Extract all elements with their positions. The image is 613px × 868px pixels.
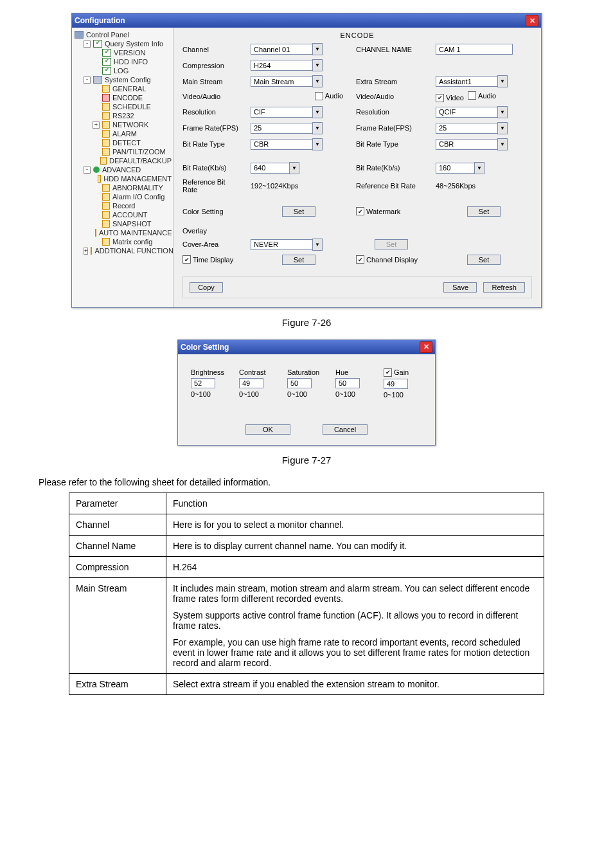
tree: Control Panel -Query System Info VERSION… — [73, 30, 172, 255]
main-stream-select[interactable]: ▼ — [251, 75, 347, 87]
folder-icon — [102, 238, 110, 246]
chevron-down-icon[interactable]: ▼ — [312, 43, 323, 55]
tree-item[interactable]: ACCOUNT — [93, 210, 172, 219]
col-parameter: Parameter — [69, 493, 166, 514]
fps-select[interactable]: ▼ — [251, 122, 347, 134]
video-checkbox[interactable]: ✔Video — [436, 94, 464, 102]
chevron-down-icon[interactable]: ▼ — [474, 162, 484, 174]
chevron-down-icon[interactable]: ▼ — [312, 106, 323, 118]
close-icon[interactable]: ✕ — [420, 341, 432, 353]
expand-icon[interactable]: + — [84, 248, 88, 255]
tree-item[interactable]: GENERAL — [93, 84, 172, 93]
brt2-select[interactable]: ▼ — [436, 138, 532, 150]
saturation-input[interactable] — [287, 378, 312, 388]
tree-item[interactable]: ABNORMALITY — [93, 183, 172, 192]
time-set-button[interactable]: Set — [282, 255, 315, 265]
tools-icon — [93, 76, 102, 84]
tree-item[interactable]: Alarm I/O Config — [93, 192, 172, 201]
tree-item[interactable]: SCHEDULE — [93, 102, 172, 111]
ok-button[interactable]: OK — [245, 424, 290, 435]
brt-select[interactable]: ▼ — [251, 138, 347, 150]
chevron-down-icon[interactable]: ▼ — [312, 138, 323, 150]
chevron-down-icon[interactable]: ▼ — [497, 122, 508, 134]
tree-item[interactable]: +NETWORK — [93, 120, 172, 129]
tree-item[interactable]: AUTO MAINTENANCE — [93, 228, 172, 237]
fps2-select[interactable]: ▼ — [436, 122, 532, 134]
audio2-checkbox[interactable]: Audio — [468, 91, 496, 100]
channel-display-checkbox[interactable]: ✔Channel Display — [356, 255, 427, 264]
collapse-icon[interactable]: - — [84, 77, 91, 84]
window-title: Configuration — [75, 16, 125, 25]
tree-item[interactable]: -System Config — [84, 75, 172, 84]
tree-item[interactable]: ALARM — [93, 129, 172, 138]
tree-item[interactable]: DETECT — [93, 138, 172, 147]
brightness-input[interactable] — [191, 378, 215, 388]
audio-checkbox[interactable]: Audio — [315, 92, 343, 100]
tree-item[interactable]: DEFAULT/BACKUP — [93, 156, 172, 165]
chevron-down-icon[interactable]: ▼ — [497, 138, 508, 150]
tree-root-item[interactable]: Control Panel — [75, 30, 172, 39]
channel-name-input[interactable] — [436, 44, 513, 55]
collapse-icon[interactable]: - — [84, 167, 91, 174]
tree-item[interactable]: +ADDTIONAL FUNCTION — [84, 246, 172, 255]
tree-item[interactable]: RS232 — [93, 111, 172, 120]
tree-item[interactable]: Matrix config — [93, 237, 172, 246]
brightness-col: Brightness 0~100 — [191, 368, 229, 399]
watermark-set-button[interactable]: Set — [467, 206, 501, 217]
brk-label: Bit Rate(Kb/s) — [182, 164, 242, 172]
folder-icon — [91, 247, 92, 255]
channel-select[interactable]: ▼ — [251, 43, 347, 55]
tree-item[interactable]: LOG — [93, 66, 172, 75]
chevron-down-icon[interactable]: ▼ — [312, 122, 323, 134]
tree-item[interactable]: PAN/TILT/ZOOM — [93, 147, 172, 156]
folder-icon — [102, 184, 110, 192]
gain-input[interactable] — [384, 379, 408, 389]
resolution-select[interactable]: ▼ — [251, 106, 347, 118]
chevron-down-icon[interactable]: ▼ — [289, 162, 299, 174]
tree-item[interactable]: HDD MANAGEMENT — [93, 174, 172, 183]
watermark-checkbox[interactable]: ✔Watermark — [356, 207, 427, 215]
contrast-input[interactable] — [239, 378, 263, 388]
tree-item[interactable]: -Query System Info — [84, 39, 172, 48]
encode-panel: ENCODE Channel ▼ CHANNEL NAME Compressio… — [173, 28, 541, 307]
check-icon — [102, 58, 111, 66]
folder-icon — [102, 139, 110, 147]
extra-stream-select[interactable]: ▼ — [436, 75, 532, 87]
chevron-down-icon[interactable]: ▼ — [312, 59, 323, 71]
tree-item-encode[interactable]: ENCODE — [93, 93, 172, 102]
color-set-button[interactable]: Set — [282, 206, 315, 217]
copy-button[interactable]: Copy — [190, 282, 223, 293]
gain-checkbox[interactable]: ✔Gain — [384, 368, 422, 377]
tree-item[interactable]: -ADVANCED — [84, 165, 172, 174]
tree-item[interactable]: VERSION — [93, 48, 172, 57]
compression-select[interactable]: ▼ — [251, 59, 347, 71]
expand-icon[interactable]: + — [93, 122, 100, 129]
cover-area-select[interactable]: ▼ — [251, 239, 347, 251]
tree-item[interactable]: Record — [93, 201, 172, 210]
collapse-icon[interactable]: - — [84, 41, 91, 48]
chevron-down-icon[interactable]: ▼ — [312, 75, 323, 87]
time-display-checkbox[interactable]: ✔Time Display — [182, 255, 242, 264]
save-button[interactable]: Save — [443, 282, 477, 293]
close-icon[interactable]: ✕ — [526, 15, 538, 26]
brt-label: Bit Rate Type — [182, 140, 242, 148]
fps2-label: Frame Rate(FPS) — [356, 124, 427, 132]
channel-set-button[interactable]: Set — [467, 255, 501, 265]
extra-stream-label: Extra Stream — [356, 78, 427, 86]
tree-item[interactable]: SNAPSHOT — [93, 219, 172, 228]
fps-label: Frame Rate(FPS) — [182, 124, 242, 132]
refresh-button[interactable]: Refresh — [483, 282, 525, 293]
brk-select[interactable]: ▼ — [251, 162, 347, 174]
channel-value[interactable] — [251, 44, 312, 55]
resolution2-select[interactable]: ▼ — [436, 106, 532, 118]
brk2-select[interactable]: ▼ — [436, 162, 532, 174]
check-icon — [102, 49, 111, 57]
tree-item[interactable]: HDD INFO — [93, 57, 172, 66]
window-titlebar: Configuration ✕ — [72, 14, 541, 28]
cancel-button[interactable]: Cancel — [323, 424, 368, 435]
chevron-down-icon[interactable]: ▼ — [312, 239, 323, 251]
chevron-down-icon[interactable]: ▼ — [497, 106, 508, 118]
folder-icon — [98, 175, 101, 183]
chevron-down-icon[interactable]: ▼ — [497, 75, 508, 87]
hue-input[interactable] — [335, 378, 360, 388]
